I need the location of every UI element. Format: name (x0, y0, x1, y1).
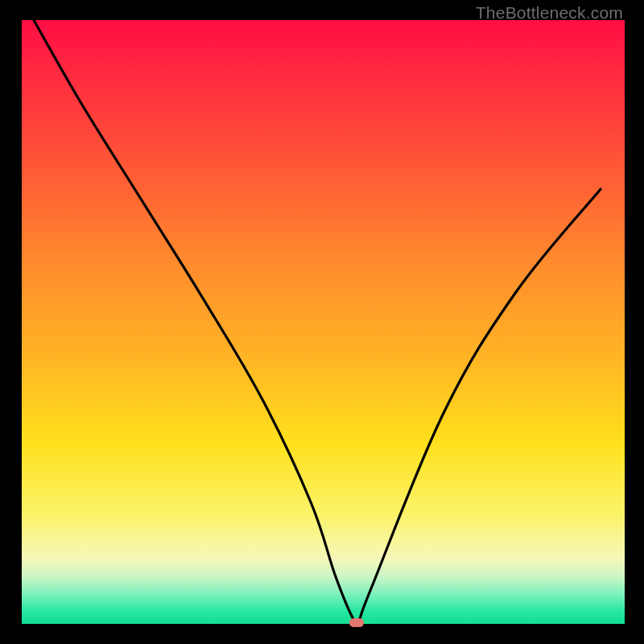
chart-frame: TheBottleneck.com (0, 0, 644, 644)
plot-area (22, 20, 625, 624)
bottleneck-curve (22, 20, 625, 624)
